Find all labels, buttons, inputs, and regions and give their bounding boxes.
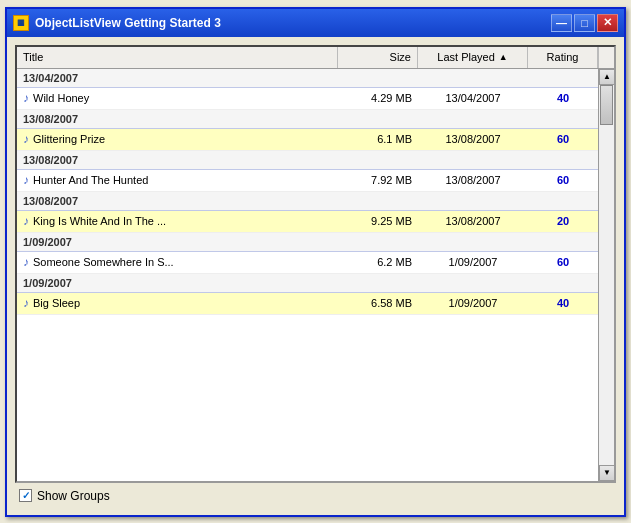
cell-size: 4.29 MB — [338, 90, 418, 106]
cell-size: 6.58 MB — [338, 295, 418, 311]
cell-title: ♪ Wild Honey — [17, 89, 338, 107]
show-groups-checkbox[interactable] — [19, 489, 32, 502]
col-header-lastplayed[interactable]: Last Played ▲ — [418, 47, 528, 68]
cell-size: 6.1 MB — [338, 131, 418, 147]
col-header-size[interactable]: Size — [338, 47, 418, 68]
cell-size: 7.92 MB — [338, 172, 418, 188]
main-window: ▦ ObjectListView Getting Started 3 — □ ✕… — [5, 7, 626, 517]
group-header-5: 1/09/2007 — [17, 274, 598, 293]
group-header-1: 13/08/2007 — [17, 110, 598, 129]
music-icon: ♪ — [23, 296, 29, 310]
group-header-0: 13/04/2007 — [17, 69, 598, 88]
table-row[interactable]: ♪ Hunter And The Hunted 7.92 MB 13/08/20… — [17, 170, 598, 192]
cell-title: ♪ Glittering Prize — [17, 130, 338, 148]
music-icon: ♪ — [23, 173, 29, 187]
group-header-2: 13/08/2007 — [17, 151, 598, 170]
cell-title: ♪ Hunter And The Hunted — [17, 171, 338, 189]
list-scroll-area: 13/04/2007 ♪ Wild Honey 4.29 MB 13/04/20… — [17, 69, 614, 481]
music-icon: ♪ — [23, 255, 29, 269]
title-bar: ▦ ObjectListView Getting Started 3 — □ ✕ — [7, 9, 624, 37]
scroll-down-button[interactable]: ▼ — [599, 465, 614, 481]
maximize-button[interactable]: □ — [574, 14, 595, 32]
group-header-4: 1/09/2007 — [17, 233, 598, 252]
cell-lastplayed: 13/08/2007 — [418, 131, 528, 147]
scroll-track[interactable] — [599, 85, 614, 465]
cell-rating: 60 — [528, 254, 598, 270]
cell-rating: 60 — [528, 131, 598, 147]
window-icon: ▦ — [13, 15, 29, 31]
cell-lastplayed: 1/09/2007 — [418, 295, 528, 311]
minimize-button[interactable]: — — [551, 14, 572, 32]
cell-rating: 40 — [528, 295, 598, 311]
music-icon: ♪ — [23, 91, 29, 105]
close-button[interactable]: ✕ — [597, 14, 618, 32]
header-scrollbar-spacer — [598, 47, 614, 68]
table-row[interactable]: ♪ Glittering Prize 6.1 MB 13/08/2007 60 — [17, 129, 598, 151]
cell-lastplayed: 13/04/2007 — [418, 90, 528, 106]
cell-size: 6.2 MB — [338, 254, 418, 270]
footer: Show Groups — [15, 483, 616, 507]
music-icon: ♪ — [23, 132, 29, 146]
list-view: Title Size Last Played ▲ Rating — [15, 45, 616, 483]
music-icon: ♪ — [23, 214, 29, 228]
window-controls: — □ ✕ — [551, 14, 618, 32]
table-row[interactable]: ♪ Someone Somewhere In S... 6.2 MB 1/09/… — [17, 252, 598, 274]
cell-size: 9.25 MB — [338, 213, 418, 229]
cell-rating: 60 — [528, 172, 598, 188]
table-row[interactable]: ♪ King Is White And In The ... 9.25 MB 1… — [17, 211, 598, 233]
table-row[interactable]: ♪ Wild Honey 4.29 MB 13/04/2007 40 — [17, 88, 598, 110]
cell-rating: 20 — [528, 213, 598, 229]
cell-lastplayed: 13/08/2007 — [418, 213, 528, 229]
show-groups-label: Show Groups — [37, 489, 110, 503]
window-body: Title Size Last Played ▲ Rating — [7, 37, 624, 515]
cell-title: ♪ King Is White And In The ... — [17, 212, 338, 230]
cell-lastplayed: 13/08/2007 — [418, 172, 528, 188]
scroll-thumb[interactable] — [600, 85, 613, 125]
column-headers: Title Size Last Played ▲ Rating — [17, 47, 614, 69]
sort-arrow-lastplayed: ▲ — [499, 52, 508, 62]
col-header-title[interactable]: Title — [17, 47, 338, 68]
show-groups-checkbox-label[interactable]: Show Groups — [19, 489, 110, 503]
cell-rating: 40 — [528, 90, 598, 106]
cell-lastplayed: 1/09/2007 — [418, 254, 528, 270]
col-header-rating[interactable]: Rating — [528, 47, 598, 68]
cell-title: ♪ Someone Somewhere In S... — [17, 253, 338, 271]
table-row[interactable]: ♪ Big Sleep 6.58 MB 1/09/2007 40 — [17, 293, 598, 315]
scroll-up-button[interactable]: ▲ — [599, 69, 614, 85]
window-title: ObjectListView Getting Started 3 — [35, 16, 551, 30]
cell-title: ♪ Big Sleep — [17, 294, 338, 312]
group-header-3: 13/08/2007 — [17, 192, 598, 211]
list-rows[interactable]: 13/04/2007 ♪ Wild Honey 4.29 MB 13/04/20… — [17, 69, 598, 481]
scrollbar[interactable]: ▲ ▼ — [598, 69, 614, 481]
